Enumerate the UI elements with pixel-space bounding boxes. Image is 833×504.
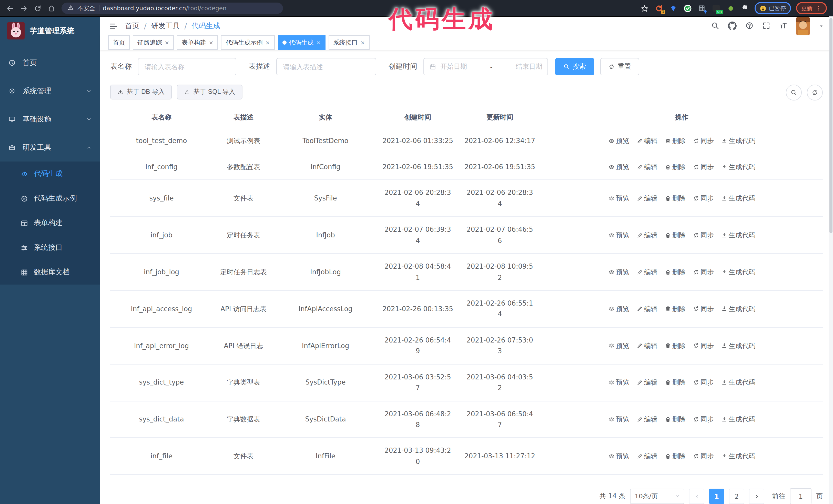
reset-button[interactable]: 重置 (600, 58, 639, 75)
tab-form-builder[interactable]: 表单构建× (177, 35, 218, 50)
tab-codegen-example[interactable]: 代码生成示例× (221, 35, 275, 50)
page-button-2[interactable]: 2 (729, 489, 744, 504)
extension-green-icon[interactable] (726, 4, 735, 13)
sidebar-subitem-system-api[interactable]: 系统接口 (0, 235, 100, 260)
sync-link[interactable]: 同步 (693, 193, 714, 204)
fullscreen-icon[interactable] (762, 21, 770, 31)
kebab-menu-icon[interactable] (815, 5, 822, 11)
preview-link[interactable]: 预览 (608, 193, 629, 204)
next-page-button[interactable] (749, 489, 764, 504)
delete-link[interactable]: 删除 (665, 340, 686, 351)
sync-link[interactable]: 同步 (693, 267, 714, 278)
user-avatar[interactable] (796, 17, 810, 35)
close-icon[interactable]: × (165, 39, 169, 46)
tab-home[interactable]: 首页 (108, 35, 130, 50)
preview-link[interactable]: 预览 (608, 414, 629, 425)
goto-page-input[interactable] (790, 488, 811, 504)
preview-link[interactable]: 预览 (608, 136, 629, 147)
url-bar[interactable]: 不安全 dashboard.yudao.iocoder.cn/tool/code… (62, 3, 283, 14)
sidebar-item-infrastructure[interactable]: 基础设施 (0, 105, 100, 133)
sync-link[interactable]: 同步 (693, 377, 714, 388)
extension-grid-icon[interactable] (697, 4, 706, 13)
edit-link[interactable]: 编辑 (636, 193, 658, 204)
preview-link[interactable]: 预览 (608, 340, 629, 351)
generate-code-link[interactable]: 生成代码 (721, 267, 755, 278)
back-button[interactable] (6, 4, 14, 12)
delete-link[interactable]: 删除 (665, 377, 686, 388)
preview-link[interactable]: 预览 (608, 377, 629, 388)
sync-link[interactable]: 同步 (693, 451, 714, 462)
generate-code-link[interactable]: 生成代码 (721, 451, 755, 462)
edit-link[interactable]: 编辑 (636, 414, 658, 425)
start-date-placeholder[interactable]: 开始日期 (441, 62, 467, 71)
github-icon[interactable] (728, 21, 737, 31)
help-icon[interactable] (745, 21, 754, 31)
delete-link[interactable]: 删除 (665, 230, 686, 241)
delete-link[interactable]: 删除 (665, 136, 686, 147)
sidebar-subitem-codegen-example[interactable]: 代码生成示例 (0, 186, 100, 211)
generate-code-link[interactable]: 生成代码 (721, 377, 755, 388)
sync-link[interactable]: 同步 (693, 162, 714, 172)
sidebar-item-home[interactable]: 首页 (0, 49, 100, 77)
generate-code-link[interactable]: 生成代码 (721, 230, 755, 241)
sidebar-subitem-form-builder[interactable]: 表单构建 (0, 211, 100, 235)
tab-trace[interactable]: 链路追踪× (133, 35, 174, 50)
edit-link[interactable]: 编辑 (636, 136, 658, 147)
close-icon[interactable]: × (209, 39, 213, 46)
hamburger-icon[interactable] (109, 22, 118, 30)
sidebar-item-dev-tools[interactable]: 研发工具 (0, 133, 100, 162)
delete-link[interactable]: 删除 (665, 193, 686, 204)
import-db-button[interactable]: 基于 DB 导入 (110, 85, 172, 99)
extensions-puzzle-icon[interactable] (740, 4, 749, 13)
page-scrollbar[interactable] (829, 17, 833, 504)
preview-link[interactable]: 预览 (608, 230, 629, 241)
edit-link[interactable]: 编辑 (636, 162, 658, 172)
delete-link[interactable]: 删除 (665, 162, 686, 172)
font-size-icon[interactable] (779, 21, 787, 31)
update-button[interactable]: 更新 (796, 2, 827, 14)
preview-link[interactable]: 预览 (608, 303, 629, 314)
extension-orange-icon[interactable]: 1 (654, 4, 663, 13)
reload-button[interactable] (34, 4, 42, 12)
tab-system-api[interactable]: 系统接口× (329, 35, 370, 50)
generate-code-link[interactable]: 生成代码 (721, 136, 755, 147)
close-icon[interactable]: × (265, 39, 270, 46)
sync-link[interactable]: 同步 (693, 136, 714, 147)
sidebar-subitem-codegen[interactable]: 代码生成 (0, 162, 100, 186)
edit-link[interactable]: 编辑 (636, 303, 658, 314)
delete-link[interactable]: 删除 (665, 303, 686, 314)
import-sql-button[interactable]: 基于 SQL 导入 (177, 85, 242, 99)
end-date-placeholder[interactable]: 结束日期 (516, 62, 542, 71)
extension-gem-icon[interactable] (668, 4, 678, 13)
generate-code-link[interactable]: 生成代码 (721, 340, 755, 351)
search-icon[interactable] (711, 21, 719, 31)
sidebar-subitem-db-doc[interactable]: 数据库文档 (0, 260, 100, 285)
generate-code-link[interactable]: 生成代码 (721, 193, 755, 204)
extension-on-icon[interactable]: on (712, 4, 721, 13)
preview-link[interactable]: 预览 (608, 451, 629, 462)
breadcrumb-dev-tools[interactable]: 研发工具 (151, 22, 180, 31)
toggle-search-button[interactable] (786, 85, 802, 100)
extension-check-icon[interactable] (683, 4, 692, 13)
refresh-table-button[interactable] (807, 85, 823, 100)
prev-page-button[interactable] (689, 489, 704, 504)
edit-link[interactable]: 编辑 (636, 340, 658, 351)
date-range-picker[interactable]: 开始日期 - 结束日期 (423, 58, 548, 75)
forward-button[interactable] (20, 4, 28, 12)
preview-link[interactable]: 预览 (608, 162, 629, 172)
sidebar-item-system-management[interactable]: 系统管理 (0, 77, 100, 105)
table-desc-input[interactable] (276, 58, 376, 75)
sync-link[interactable]: 同步 (693, 230, 714, 241)
delete-link[interactable]: 删除 (665, 267, 686, 278)
caret-down-icon[interactable] (819, 23, 824, 29)
close-icon[interactable]: × (316, 39, 320, 46)
edit-link[interactable]: 编辑 (636, 451, 658, 462)
sync-link[interactable]: 同步 (693, 340, 714, 351)
delete-link[interactable]: 删除 (665, 414, 686, 425)
sync-link[interactable]: 同步 (693, 414, 714, 425)
generate-code-link[interactable]: 生成代码 (721, 303, 755, 314)
profile-paused-badge[interactable]: 已暂停 (755, 2, 791, 14)
scrollbar-thumb[interactable] (829, 18, 832, 233)
page-button-1[interactable]: 1 (709, 489, 724, 504)
edit-link[interactable]: 编辑 (636, 230, 658, 241)
